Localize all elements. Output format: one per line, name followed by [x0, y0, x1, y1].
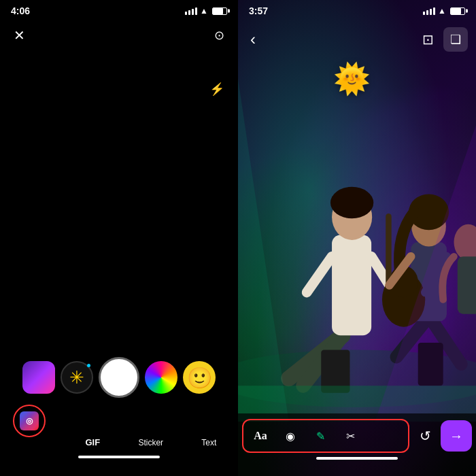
sticker-label: Sticker [138, 438, 163, 447]
tool-labels-row: ◎ • GIF Sticker Text [0, 401, 238, 453]
home-indicator-right [316, 457, 398, 460]
next-button[interactable]: → [441, 420, 472, 452]
instagram-icon: ◎ [20, 411, 39, 430]
right-top-right-icons: ⊡ ❏ [418, 27, 468, 52]
text-edit-icon: Aa [254, 430, 267, 442]
dot-indicator [87, 364, 90, 367]
home-indicator-left [78, 456, 160, 458]
text-edit-button[interactable]: Aa [248, 423, 273, 449]
text-label: Text [201, 438, 216, 447]
back-button[interactable]: ‹ [246, 26, 260, 53]
left-top-icons: ✕ ⊙ [0, 19, 238, 52]
left-time: 4:06 [11, 5, 30, 16]
capture-button[interactable] [99, 357, 139, 398]
right-tools-row: Aa ◉ ✎ ✂ ↺ → [242, 419, 472, 453]
media-thumbnail[interactable] [22, 361, 55, 394]
undo-icon: ↺ [420, 428, 431, 444]
wifi-icon: ▲ [200, 6, 208, 16]
crop-button[interactable]: ⊡ [418, 27, 438, 52]
svg-rect-3 [332, 235, 371, 336]
right-status-bar: 3:57 ▲ [238, 0, 476, 19]
text-tool[interactable]: Text [180, 404, 239, 447]
gif-icon-area [76, 403, 109, 436]
camera-switch-button[interactable]: ⊙ [211, 25, 227, 46]
right-panel: 3:57 ▲ ‹ ⊡ ❏ 🌞 [238, 0, 476, 476]
flash-area: ⚡ [0, 79, 238, 99]
instagram-circle[interactable]: ◎ [13, 405, 46, 437]
flash-icon: ⚡ [209, 82, 224, 97]
svg-point-5 [330, 187, 373, 218]
right-bottom-toolbar: Aa ◉ ✎ ✂ ↺ → [238, 413, 476, 476]
sticker-tool[interactable]: Sticker [122, 404, 180, 447]
right-time: 3:57 [249, 5, 268, 16]
camera-icon: ⊙ [214, 28, 224, 43]
svg-rect-13 [386, 214, 391, 286]
instagram-label: • [28, 439, 31, 447]
battery-icon [212, 7, 227, 15]
smiley-sticker[interactable]: 🙂 [183, 361, 216, 394]
right-wifi-icon: ▲ [438, 6, 446, 16]
undo-button[interactable]: ↺ [412, 423, 438, 449]
left-bottom-toolbar: ✳ 🙂 ◎ [0, 350, 238, 476]
draw-button[interactable]: ✎ [307, 423, 333, 449]
svg-line-6 [307, 256, 332, 292]
text-icon-area [192, 404, 225, 437]
gif-label: GIF [85, 437, 100, 447]
sun-sticker[interactable]: 🌞 [333, 61, 371, 97]
scissors-icon: ✂ [346, 430, 355, 443]
editing-tools-group: Aa ◉ ✎ ✂ [242, 419, 409, 453]
spark-icon: ✳ [69, 367, 84, 388]
close-icon: ✕ [14, 27, 25, 44]
spark-sticker[interactable]: ✳ [61, 361, 93, 394]
emoji-icon: ◉ [286, 430, 295, 443]
smiley-icon: 🙂 [187, 366, 212, 390]
instagram-tool[interactable]: ◎ • [0, 405, 58, 447]
flash-button[interactable]: ⚡ [207, 79, 227, 99]
sticker-icon-area [135, 404, 167, 437]
crop-icon: ⊡ [422, 31, 434, 48]
close-button[interactable]: ✕ [11, 24, 28, 46]
cut-button[interactable]: ✂ [337, 423, 363, 449]
left-panel: 4:06 ▲ ✕ ⊙ ⚡ [0, 0, 238, 476]
draw-icon: ✎ [316, 430, 325, 443]
back-icon: ‹ [250, 30, 256, 49]
right-status-icons: ▲ [423, 6, 465, 16]
layers-button[interactable]: ❏ [443, 27, 468, 52]
layers-icon: ❏ [450, 32, 461, 47]
gif-tool[interactable]: GIF [64, 403, 122, 447]
right-signal-icon [423, 7, 435, 15]
left-status-icons: ▲ [185, 6, 227, 16]
signal-icon [185, 7, 197, 15]
left-status-bar: 4:06 ▲ [0, 0, 238, 19]
right-battery-icon [450, 7, 465, 15]
rainbow-tool[interactable] [145, 361, 177, 394]
next-icon: → [449, 428, 463, 444]
emoji-button[interactable]: ◉ [277, 423, 303, 449]
tool-circles-row: ✳ 🙂 [0, 350, 238, 401]
left-camera-view [0, 99, 238, 350]
right-top-bar: ‹ ⊡ ❏ [238, 20, 476, 58]
